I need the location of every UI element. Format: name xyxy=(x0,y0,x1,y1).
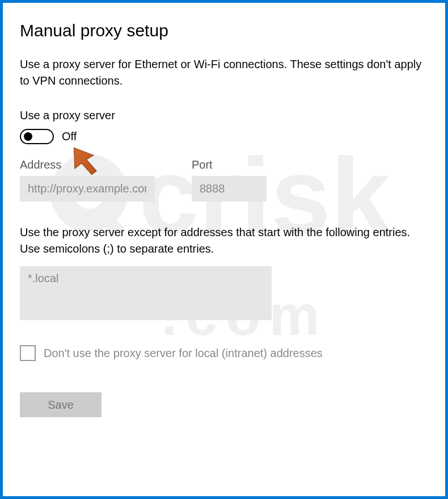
toggle-knob xyxy=(24,132,32,141)
local-addresses-checkbox[interactable] xyxy=(20,345,36,361)
port-label: Port xyxy=(192,158,267,171)
local-addresses-label: Don't use the proxy server for local (in… xyxy=(44,347,323,360)
exceptions-description: Use the proxy server except for addresse… xyxy=(20,224,428,257)
exceptions-input[interactable]: *.local xyxy=(20,266,272,320)
toggle-label: Use a proxy server xyxy=(20,109,428,122)
port-input[interactable] xyxy=(192,176,267,202)
proxy-toggle[interactable] xyxy=(20,129,54,144)
address-input[interactable] xyxy=(20,176,155,202)
pointer-arrow-icon xyxy=(70,144,104,178)
page-title: Manual proxy setup xyxy=(20,21,428,40)
save-button[interactable]: Save xyxy=(20,392,102,417)
proxy-description: Use a proxy server for Ethernet or Wi-Fi… xyxy=(20,56,428,89)
toggle-state-text: Off xyxy=(62,130,77,143)
